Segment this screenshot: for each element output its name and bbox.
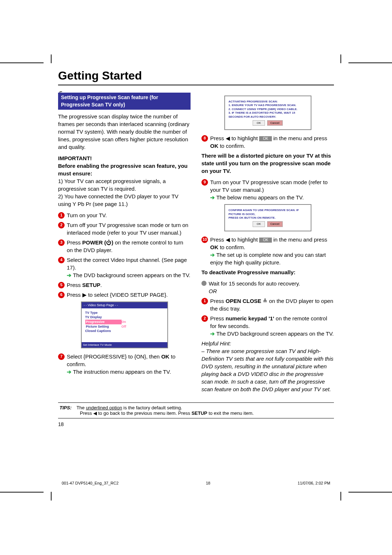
step-6-text: Press ▶ to select {VIDEO SETUP PAGE}. [67, 291, 168, 299]
step-9-icon: 9 [201, 179, 208, 186]
menu-footer: Set Interlace TV Mode [82, 342, 167, 348]
step-8-text: Press ◀ to highlight OK in the menu and … [210, 134, 334, 150]
prereq-1: 1) Your TV can accept progressive signal… [58, 178, 166, 192]
step-1-icon: 1 [58, 212, 65, 219]
d-step-2-text: Press numeric keypad '1' on the remote c… [210, 315, 334, 337]
ok-highlight-icon: OK [259, 238, 271, 243]
page-number: 18 [58, 421, 334, 427]
d-step-1-icon: 1 [201, 298, 208, 304]
section-header: Setting up Progressive Scan feature (for… [58, 93, 191, 110]
important-text: Before enabling the progressive scan fea… [58, 163, 188, 177]
tips-footer: TIPS: The underlined option is the facto… [58, 402, 334, 418]
step-10-icon: 10 [201, 236, 208, 243]
footer-file: 001-47 DVP5140_Eng_37_RC2 [62, 481, 119, 485]
step-4-text: Select the correct Video Input channel. … [67, 256, 191, 279]
arrow-icon: ➔ [210, 331, 215, 337]
arrow-icon: ➔ [67, 369, 72, 375]
menu-title: - - Video Setup Page - - [82, 302, 167, 308]
step-2-icon: 2 [58, 222, 65, 228]
step-8-icon: 8 [201, 135, 208, 142]
power-icon: ⏻ [106, 239, 111, 246]
cancel-button: Cancel [267, 221, 283, 227]
intro-paragraph: The progressive scan display twice the n… [58, 113, 191, 151]
arrow-icon: ➔ [210, 252, 215, 258]
ok-button: OK [253, 221, 265, 227]
step-7-icon: 7 [58, 353, 65, 360]
d-step-2-icon: 2 [201, 315, 208, 322]
step-1-text: Turn on your TV. [67, 211, 107, 219]
video-setup-screenshot: - - Video Setup Page - - TV Type TV Disp… [81, 301, 168, 348]
arrow-icon: ➔ [210, 194, 215, 200]
confirm-dialog: CONFIRM AGAIN TO USE PROGRESSIVE SCAN. I… [224, 204, 311, 231]
footer-metadata: 001-47 DVP5140_Eng_37_RC2 18 11/07/06, 2… [62, 481, 330, 485]
step-3-icon: 3 [58, 239, 65, 246]
step-4-icon: 4 [58, 257, 65, 263]
step-5-text: Press SETUP. [67, 281, 102, 289]
activating-dialog: ACTIVATING PROGRESSIVE SCAN: 1. ENSURE Y… [224, 96, 311, 130]
helpful-hint: Helpful Hint:– There are some progressiv… [201, 340, 334, 393]
important-label: IMPORTANT! [58, 155, 92, 161]
bullet-icon [201, 281, 207, 286]
d-step-1-text: Press OPEN CLOSE ≜ on the DVD player to … [210, 297, 334, 312]
step-5-icon: 5 [58, 282, 65, 288]
prereq-2: 2) You have connected the DVD player to … [58, 193, 179, 207]
deactivate-header: To deactivate Progressive manually: [201, 268, 334, 276]
cancel-button: Cancel [267, 120, 283, 126]
step-9-text: Turn on your TV progressive scan mode (r… [210, 178, 334, 201]
ok-highlight-icon: OK [259, 136, 271, 141]
step-10-text: Press ◀ to highlight OK in the menu and … [210, 236, 334, 266]
ok-button: OK [253, 120, 265, 126]
footer-date: 11/07/06, 2:02 PM [298, 481, 330, 485]
step-6-icon: 6 [58, 292, 65, 298]
step-3-text: Press POWER (⏻) on the remote control to… [67, 239, 191, 254]
deactivate-wait: Wait for 15 seconds for auto recovery.OR [209, 280, 300, 295]
page-title: Getting Started [58, 69, 334, 82]
arrow-icon: ➔ [67, 272, 72, 278]
tips-label: TIPS: [60, 405, 72, 410]
distorted-warning: There will be a distorted picture on you… [201, 152, 334, 175]
footer-page: 18 [206, 481, 210, 485]
step-2-text: Turn off your TV progressive scan mode o… [67, 221, 191, 236]
important-block: IMPORTANT! Before enabling the progressi… [58, 154, 191, 208]
step-7-text: Select {PROGRESSIVE} to {ON}, then OK to… [67, 353, 191, 376]
